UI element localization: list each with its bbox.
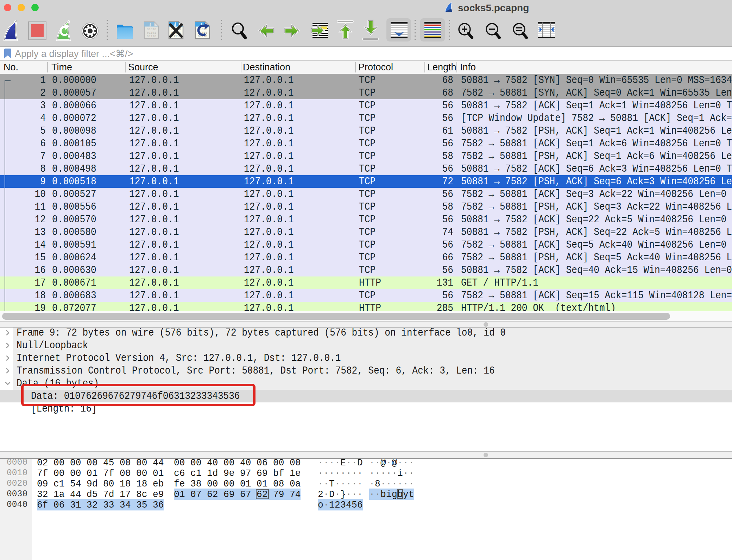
svg-text:01010: 01010 bbox=[147, 28, 156, 31]
svg-text:01110: 01110 bbox=[147, 35, 156, 38]
svg-text:01101: 01101 bbox=[147, 31, 156, 35]
